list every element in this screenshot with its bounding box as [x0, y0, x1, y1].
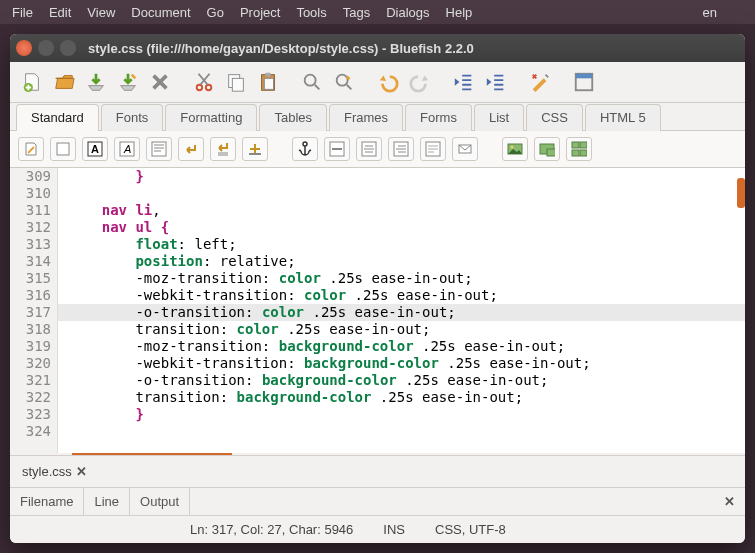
close-file-icon[interactable]: [146, 68, 174, 96]
bold-icon[interactable]: A: [82, 137, 108, 161]
code-area[interactable]: } nav li, nav ul { float: left; position…: [58, 168, 745, 453]
tab-tables[interactable]: Tables: [259, 104, 327, 131]
svg-rect-13: [232, 78, 243, 91]
document-tabbar: style.css ✕: [10, 455, 745, 487]
menu-tools[interactable]: Tools: [288, 3, 334, 22]
rightalign-icon[interactable]: [388, 137, 414, 161]
indent-icon[interactable]: [482, 68, 510, 96]
center-icon[interactable]: [356, 137, 382, 161]
code-line[interactable]: -o-transition: color .25s ease-in-out;: [58, 304, 745, 321]
body-icon[interactable]: [50, 137, 76, 161]
tab-standard[interactable]: Standard: [16, 104, 99, 131]
document-tab-label: style.css: [22, 464, 72, 479]
find-icon[interactable]: [298, 68, 326, 96]
bluefish-window: style.css (file:///home/gayan/Desktop/st…: [10, 34, 745, 543]
tab-forms[interactable]: Forms: [405, 104, 472, 131]
cut-icon[interactable]: [190, 68, 218, 96]
email-icon[interactable]: [452, 137, 478, 161]
code-line[interactable]: nav ul {: [58, 219, 745, 236]
output-col-output[interactable]: Output: [130, 488, 190, 515]
save-as-icon[interactable]: [114, 68, 142, 96]
code-line[interactable]: transition: background-color .25s ease-i…: [58, 389, 745, 406]
nbsp-icon[interactable]: [242, 137, 268, 161]
svg-rect-37: [547, 149, 555, 156]
menu-help[interactable]: Help: [438, 3, 481, 22]
thumbnail-icon[interactable]: [534, 137, 560, 161]
copy-icon[interactable]: [222, 68, 250, 96]
code-line[interactable]: nav li,: [58, 202, 745, 219]
menu-edit[interactable]: Edit: [41, 3, 79, 22]
menu-project[interactable]: Project: [232, 3, 288, 22]
svg-rect-38: [572, 142, 579, 148]
output-pane-header: Filename Line Output ✕: [10, 487, 745, 515]
code-line[interactable]: -moz-transition: background-color .25s e…: [58, 338, 745, 355]
menu-dialogs[interactable]: Dialogs: [378, 3, 437, 22]
tab-html-5[interactable]: HTML 5: [585, 104, 661, 131]
quickstart-icon[interactable]: [18, 137, 44, 161]
scrollbar-thumb[interactable]: [737, 178, 745, 208]
tab-frames[interactable]: Frames: [329, 104, 403, 131]
tab-css[interactable]: CSS: [526, 104, 583, 131]
svg-point-11: [206, 85, 212, 91]
global-menubar: FileEditViewDocumentGoProjectToolsTagsDi…: [0, 0, 755, 24]
svg-point-28: [303, 142, 307, 146]
tab-formatting[interactable]: Formatting: [165, 104, 257, 131]
output-col-filename[interactable]: Filename: [10, 488, 84, 515]
image-icon[interactable]: [502, 137, 528, 161]
paste-icon[interactable]: [254, 68, 282, 96]
tab-fonts[interactable]: Fonts: [101, 104, 164, 131]
anchor-icon[interactable]: [292, 137, 318, 161]
keyboard-indicator[interactable]: en: [700, 5, 717, 20]
find-replace-icon[interactable]: [330, 68, 358, 96]
redo-icon[interactable]: [406, 68, 434, 96]
menu-view[interactable]: View: [79, 3, 123, 22]
code-editor[interactable]: 3093103113123133143153163173183193203213…: [10, 168, 745, 453]
window-titlebar[interactable]: style.css (file:///home/gayan/Desktop/st…: [10, 34, 745, 62]
unindent-icon[interactable]: [450, 68, 478, 96]
output-close-icon[interactable]: ✕: [714, 488, 745, 515]
window-minimize-button[interactable]: [38, 40, 54, 56]
close-tab-icon[interactable]: ✕: [76, 464, 87, 479]
rule-icon[interactable]: [324, 137, 350, 161]
code-line[interactable]: -moz-transition: color .25s ease-in-out;: [58, 270, 745, 287]
window-maximize-button[interactable]: [60, 40, 76, 56]
menu-go[interactable]: Go: [199, 3, 232, 22]
code-line[interactable]: }: [58, 406, 745, 423]
status-encoding[interactable]: CSS, UTF-8: [435, 522, 506, 537]
status-insert-mode[interactable]: INS: [383, 522, 405, 537]
svg-point-35: [511, 146, 514, 149]
breakclear-icon[interactable]: [210, 137, 236, 161]
new-file-icon[interactable]: [18, 68, 46, 96]
menu-document[interactable]: Document: [123, 3, 198, 22]
output-col-line[interactable]: Line: [84, 488, 130, 515]
undo-icon[interactable]: [374, 68, 402, 96]
window-close-button[interactable]: [16, 40, 32, 56]
code-line[interactable]: -webkit-transition: background-color .25…: [58, 355, 745, 372]
menu-file[interactable]: File: [4, 3, 41, 22]
code-line[interactable]: [58, 423, 745, 440]
menu-tags[interactable]: Tags: [335, 3, 378, 22]
code-line[interactable]: float: left;: [58, 236, 745, 253]
fullscreen-icon[interactable]: [570, 68, 598, 96]
save-icon[interactable]: [82, 68, 110, 96]
category-tabbar: StandardFontsFormattingTablesFramesForms…: [10, 103, 745, 131]
svg-point-10: [197, 85, 203, 91]
code-line[interactable]: -o-transition: background-color .25s eas…: [58, 372, 745, 389]
italic-icon[interactable]: A: [114, 137, 140, 161]
code-line[interactable]: -webkit-transition: color .25s ease-in-o…: [58, 287, 745, 304]
preferences-icon[interactable]: [526, 68, 554, 96]
comment-icon[interactable]: [420, 137, 446, 161]
code-line[interactable]: transition: color .25s ease-in-out;: [58, 321, 745, 338]
code-line[interactable]: [58, 185, 745, 202]
open-file-icon[interactable]: [50, 68, 78, 96]
break-icon[interactable]: [178, 137, 204, 161]
tab-list[interactable]: List: [474, 104, 524, 131]
svg-rect-40: [572, 150, 579, 156]
window-title: style.css (file:///home/gayan/Desktop/st…: [88, 41, 474, 56]
svg-rect-27: [249, 153, 261, 155]
paragraph-icon[interactable]: [146, 137, 172, 161]
code-line[interactable]: position: relative;: [58, 253, 745, 270]
document-tab[interactable]: style.css ✕: [18, 462, 91, 481]
code-line[interactable]: }: [58, 168, 745, 185]
multithumb-icon[interactable]: [566, 137, 592, 161]
